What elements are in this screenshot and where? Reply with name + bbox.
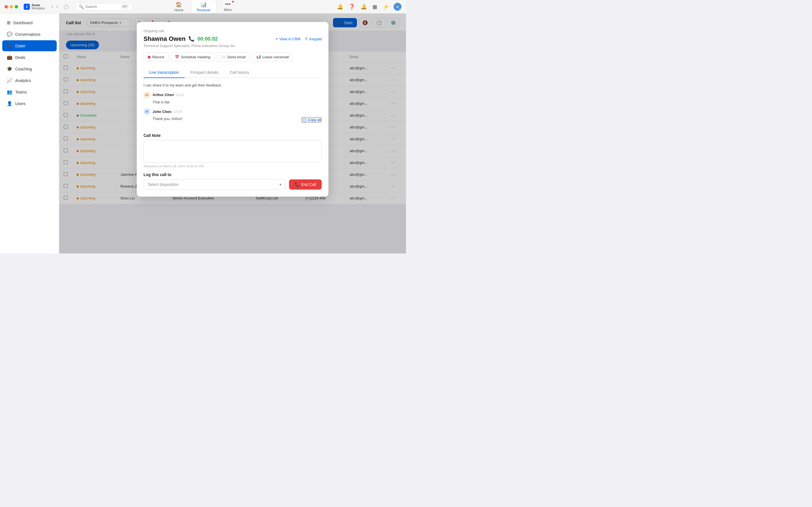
app-layout: ⊞ Dashboard 💬 Conversations 📞 Dialer 💼 D… <box>0 13 406 253</box>
home-icon: 🏠 <box>175 1 182 8</box>
record-button[interactable]: Record <box>144 52 168 62</box>
sidebar-item-teams[interactable]: 👥 Teams <box>2 87 57 98</box>
trans-message-arthur: AC Arthur Chen 12:12 That is fair. <box>144 92 322 105</box>
disposition-placeholder: Select disposition <box>148 182 179 187</box>
notification-icon[interactable]: 🔔 <box>336 3 344 11</box>
call-note-label: Call Note <box>144 133 322 138</box>
help-icon[interactable]: ❓ <box>348 3 356 11</box>
sidebar-item-dialer[interactable]: 📞 Dialer <box>2 40 57 51</box>
copy-all-label: Copy all <box>308 118 321 122</box>
sidebar-item-dashboard[interactable]: ⊞ Dashboard <box>2 17 57 28</box>
zoom-logo-icon: Z <box>24 4 30 10</box>
john-time: 12:14 <box>174 110 182 113</box>
tl-fullscreen[interactable] <box>15 5 18 8</box>
coaching-icon: 🎓 <box>7 66 12 71</box>
svg-text:Z: Z <box>26 5 28 8</box>
send-email-button[interactable]: ✉️ Send email <box>217 52 250 62</box>
sidebar-item-conversations[interactable]: 💬 Conversations <box>2 29 57 40</box>
call-note-section: Call Note Autosaved on March 18, 2024, a… <box>144 133 322 168</box>
email-label: Send email <box>227 55 246 59</box>
nav-tab-more-label: More <box>224 8 232 12</box>
keypad-link[interactable]: ⠿ Keypad <box>305 37 322 41</box>
sidebar: ⊞ Dashboard 💬 Conversations 📞 Dialer 💼 D… <box>0 13 59 253</box>
tl-minimize[interactable] <box>10 5 13 8</box>
bell-icon[interactable]: 🔔 <box>359 3 368 11</box>
john-content: Thank you, Arthur! <box>153 116 183 122</box>
leave-voicemail-button[interactable]: 📢 Leave voicemail <box>252 52 293 62</box>
revenue-icon: 📊 <box>200 1 207 8</box>
keypad-icon: ⠿ <box>305 37 308 41</box>
tl-close[interactable] <box>4 5 8 8</box>
nav-tab-revenue[interactable]: 📊 Revenue <box>191 0 216 13</box>
tab-prospect-details[interactable]: Prospect details <box>185 67 224 78</box>
titlebar: Z Zoom Workplace ‹ › 🕐 🔍 ⌘F 🏠 Home 📊 Rev… <box>0 0 406 13</box>
crm-link-label: View in CRM <box>280 37 301 41</box>
user-avatar[interactable]: U <box>394 3 402 11</box>
keypad-label: Keypad <box>309 37 322 41</box>
disposition-select[interactable]: Select disposition ▾ <box>144 179 286 190</box>
history-btn[interactable]: 🕐 <box>63 3 70 10</box>
tab-live-transcription[interactable]: Live transcription <box>144 67 185 78</box>
log-label: Log this call to <box>144 172 322 177</box>
main-content: Call list EMEA Prospects ▾ ↻ ✏️ 🗑 📞 Star… <box>59 13 406 253</box>
nav-tab-more[interactable]: ••• More <box>218 0 237 13</box>
view-in-crm-link[interactable]: ↗ View in CRM <box>275 37 301 41</box>
sidebar-item-dashboard-label: Dashboard <box>13 20 33 25</box>
log-row: Select disposition ▾ 📞 End Call <box>144 179 322 190</box>
analytics-icon: 📈 <box>7 78 12 83</box>
dialer-icon: 📞 <box>7 43 12 48</box>
record-label: Record <box>152 55 164 59</box>
zoom-sub: Workplace <box>32 7 45 10</box>
arthur-content: That is fair. <box>153 100 322 105</box>
arthur-time: 12:12 <box>176 93 184 97</box>
dashboard-icon: ⊞ <box>7 20 10 25</box>
phone-active-icon: 📞 <box>188 36 195 42</box>
modal-top-actions: ↗ View in CRM ⠿ Keypad <box>275 37 322 41</box>
nav-tab-home[interactable]: 🏠 Home <box>168 0 189 13</box>
modal-overlay: Ongoing call Shawna Owen 📞 00:00:02 ↗ Vi… <box>59 13 406 253</box>
caller-name-text: Shawna Owen <box>144 35 186 43</box>
disposition-chevron-icon: ▾ <box>280 182 282 187</box>
tab-prospect-details-label: Prospect details <box>190 70 218 75</box>
search-input[interactable] <box>86 4 119 9</box>
sidebar-item-users[interactable]: 👤 Users <box>2 98 57 109</box>
end-call-button[interactable]: 📞 End Call <box>289 179 322 189</box>
nav-forward[interactable]: › <box>55 3 59 10</box>
trans-person-john: JC John Chen 12:14 <box>144 108 322 115</box>
end-call-label: End Call <box>301 182 316 187</box>
nav-back[interactable]: ‹ <box>50 3 54 10</box>
email-icon: ✉️ <box>221 55 225 59</box>
nav-arrows: ‹ › <box>50 3 59 10</box>
modal-tabs: Live transcription Prospect details Call… <box>144 67 322 78</box>
search-shortcut: ⌘F <box>121 4 129 9</box>
tab-live-transcription-label: Live transcription <box>149 70 179 75</box>
sidebar-item-coaching[interactable]: 🎓 Coaching <box>2 63 57 74</box>
deals-icon: 💼 <box>7 55 12 60</box>
caller-title: Technical Support Specialist, Prime Indu… <box>144 44 322 48</box>
sidebar-item-dialer-label: Dialer <box>15 44 26 48</box>
sidebar-item-analytics[interactable]: 📈 Analytics <box>2 75 57 86</box>
caller-name: Shawna Owen 📞 00:00:02 <box>144 35 218 43</box>
layout-icon[interactable]: ▦ <box>371 3 378 11</box>
titlebar-right: 🔔 ❓ 🔔 ▦ ⚡ U <box>336 3 402 11</box>
trans-message-john: JC John Chen 12:14 Thank you, Arthur! 📋 … <box>144 108 322 122</box>
voicemail-icon: 📢 <box>256 55 261 59</box>
tab-call-history[interactable]: Call history <box>224 67 255 78</box>
modal-header: Ongoing call Shawna Owen 📞 00:00:02 ↗ Vi… <box>144 29 322 48</box>
autosaved-text: Autosaved on March 18, 2024, at 05:16 PM <box>144 165 322 168</box>
call-note-textarea[interactable] <box>144 140 322 163</box>
calendar-icon: 📅 <box>175 55 179 59</box>
copy-all-button[interactable]: 📋 Copy all <box>301 117 322 122</box>
schedule-meeting-button[interactable]: 📅 Schedule meeting <box>170 52 214 62</box>
sidebar-item-deals[interactable]: 💼 Deals <box>2 52 57 63</box>
john-name: John Chen <box>153 110 171 114</box>
sidebar-item-users-label: Users <box>15 101 26 106</box>
log-section: Log this call to Select disposition ▾ 📞 … <box>144 172 322 190</box>
more-dot <box>232 1 234 3</box>
conversations-icon: 💬 <box>7 32 12 37</box>
nav-tab-revenue-label: Revenue <box>197 8 210 12</box>
sidebar-item-teams-label: Teams <box>15 90 27 94</box>
nav-tab-home-label: Home <box>174 8 183 12</box>
sidebar-item-coaching-label: Coaching <box>15 67 32 71</box>
extension-icon[interactable]: ⚡ <box>382 3 390 11</box>
